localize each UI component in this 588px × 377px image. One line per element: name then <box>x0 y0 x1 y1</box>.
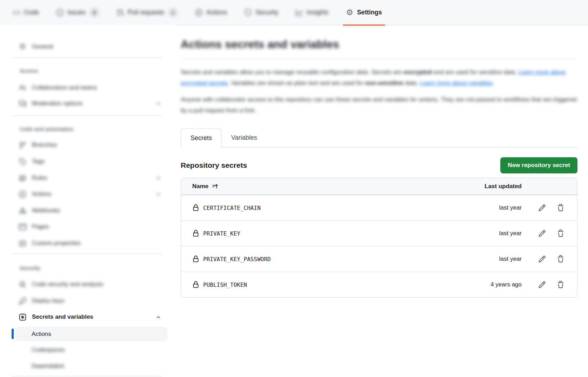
sidebar-item-collaborators[interactable]: Collaborators and teams <box>19 81 161 95</box>
git-pull-request-icon <box>117 9 124 16</box>
nav-tab-actions[interactable]: Actions <box>189 0 234 25</box>
trash-icon <box>557 281 564 289</box>
divider <box>11 115 161 116</box>
divider <box>11 58 161 58</box>
sidebar-item-actions-settings[interactable]: Actions <box>19 187 161 201</box>
nav-tab-label: Security <box>255 9 278 16</box>
gear-icon: ⚙ <box>19 43 26 51</box>
sidebar-item-pages[interactable]: Pages <box>19 220 161 234</box>
description-paragraph-2: Anyone with collaborator access to this … <box>181 94 577 116</box>
sidebar-item-rules[interactable]: Rules <box>19 171 161 185</box>
tab-variables[interactable]: Variables <box>222 128 267 147</box>
secret-name: PRIVATE_KEY <box>203 230 240 237</box>
table-row: CERTIFICATE_CHAIN last year <box>181 195 577 220</box>
sidebar-item-webhooks[interactable]: Webhooks <box>19 204 161 218</box>
delete-secret-button[interactable] <box>557 230 564 237</box>
sidebar-item-moderation[interactable]: Moderation options <box>19 97 161 111</box>
nav-tab-label: Actions <box>206 9 227 16</box>
nav-tab-label: Issues <box>67 9 86 16</box>
table-row: PRIVATE_KEY last year <box>181 220 577 246</box>
comment-discussion-icon <box>19 100 26 107</box>
edit-secret-button[interactable] <box>538 230 546 237</box>
lock-icon <box>192 230 199 237</box>
delete-secret-button[interactable] <box>557 281 564 289</box>
sidebar-section-access: Access <box>20 67 38 74</box>
sidebar-item-actions-secrets[interactable]: Actions <box>15 327 167 341</box>
settings-sidebar: ⚙ General Access Collaborators and teams… <box>0 25 175 377</box>
edit-secret-button[interactable] <box>538 204 546 212</box>
link-variables[interactable]: Learn more about variables <box>420 80 493 86</box>
sidebar-item-custom-properties[interactable]: Custom properties <box>19 236 161 250</box>
sidebar-item-general[interactable]: ⚙ General <box>19 40 161 54</box>
pencil-icon <box>538 281 546 289</box>
sidebar-item-codespaces-secrets[interactable]: Codespaces <box>15 343 167 357</box>
nav-tab-settings[interactable]: ⚙ Settings <box>339 0 389 25</box>
divider <box>11 253 161 254</box>
webhook-icon <box>19 207 26 214</box>
last-updated-value: last year <box>499 256 522 263</box>
pencil-icon <box>538 255 546 263</box>
sidebar-item-code-security[interactable]: Code security and analysis <box>19 277 161 291</box>
chevron-down-icon <box>155 101 161 107</box>
lock-icon <box>192 256 199 263</box>
delete-secret-button[interactable] <box>557 204 564 212</box>
lock-icon <box>192 281 199 288</box>
repository-secrets-header: Repository secrets New repository secret <box>181 157 577 173</box>
last-updated-value: last year <box>499 204 522 211</box>
secret-name: CERTIFICATE_CHAIN <box>203 205 261 211</box>
codescan-icon <box>19 280 26 288</box>
issue-opened-icon <box>56 9 64 16</box>
edit-secret-button[interactable] <box>538 255 546 263</box>
nav-tab-label: Pull requests <box>128 9 164 16</box>
nav-tab-label: Settings <box>357 9 382 16</box>
browser-icon <box>19 223 26 231</box>
secrets-variables-tabnav: Secrets Variables <box>181 128 577 147</box>
trash-icon <box>557 230 564 237</box>
sidebar-item-secrets-and-variables[interactable]: Secrets and variables <box>19 310 161 324</box>
delete-secret-button[interactable] <box>557 255 564 263</box>
divider <box>11 376 161 376</box>
active-indicator <box>12 329 14 339</box>
sidebar-item-dependabot-secrets[interactable]: Dependabot <box>15 359 167 373</box>
git-branch-icon <box>19 141 26 149</box>
table-row: PUBLISH_TOKEN 4 years ago <box>181 272 577 297</box>
nav-tab-issues[interactable]: Issues 8 <box>50 0 106 25</box>
secrets-table: Name Last updated CERTIFICATE_CHAIN last… <box>181 178 577 298</box>
asterisk-box-icon <box>19 313 26 321</box>
last-updated-value: last year <box>499 230 522 237</box>
chevron-down-icon <box>155 191 161 197</box>
edit-secret-button[interactable] <box>538 281 546 289</box>
page-title: Actions secrets and variables <box>181 38 577 51</box>
custom-properties-icon <box>19 239 26 247</box>
new-repository-secret-button[interactable]: New repository secret <box>500 157 577 173</box>
table-row: PRIVATE_KEY_PASSWORD last year <box>181 246 577 272</box>
tag-icon <box>19 158 26 165</box>
pull-requests-count-badge: 1 <box>168 8 178 17</box>
nav-tab-label: Insights <box>307 9 328 16</box>
main-content: Actions secrets and variables Secrets an… <box>181 25 577 298</box>
nav-tab-pull-requests[interactable]: Pull requests 1 <box>110 0 185 25</box>
lock-icon <box>192 204 199 211</box>
shield-icon <box>245 9 252 16</box>
sidebar-section-code-automation: Code and automation <box>20 125 73 133</box>
sidebar-item-tags[interactable]: Tags <box>19 154 161 168</box>
column-header-name: Name <box>192 183 208 190</box>
section-title: Repository secrets <box>181 161 247 170</box>
nav-tab-insights[interactable]: Insights <box>289 0 335 25</box>
graph-icon <box>296 9 303 16</box>
secret-name: PRIVATE_KEY_PASSWORD <box>203 256 271 263</box>
nav-tab-security[interactable]: Security <box>238 0 285 25</box>
tab-secrets[interactable]: Secrets <box>181 128 222 147</box>
table-header-row: Name Last updated <box>181 178 577 195</box>
divider <box>181 59 577 59</box>
nav-tab-label: Code <box>24 9 39 16</box>
issues-count-badge: 8 <box>89 8 99 17</box>
sidebar-section-security: Security <box>20 264 40 272</box>
sort-asc-icon[interactable] <box>212 183 218 190</box>
sidebar-item-deploy-keys[interactable]: Deploy keys <box>19 294 161 308</box>
nav-tab-code[interactable]: Code <box>6 0 46 25</box>
trash-icon <box>557 204 564 212</box>
rules-icon <box>19 174 26 182</box>
play-icon <box>19 190 26 198</box>
sidebar-item-branches[interactable]: Branches <box>19 138 161 152</box>
